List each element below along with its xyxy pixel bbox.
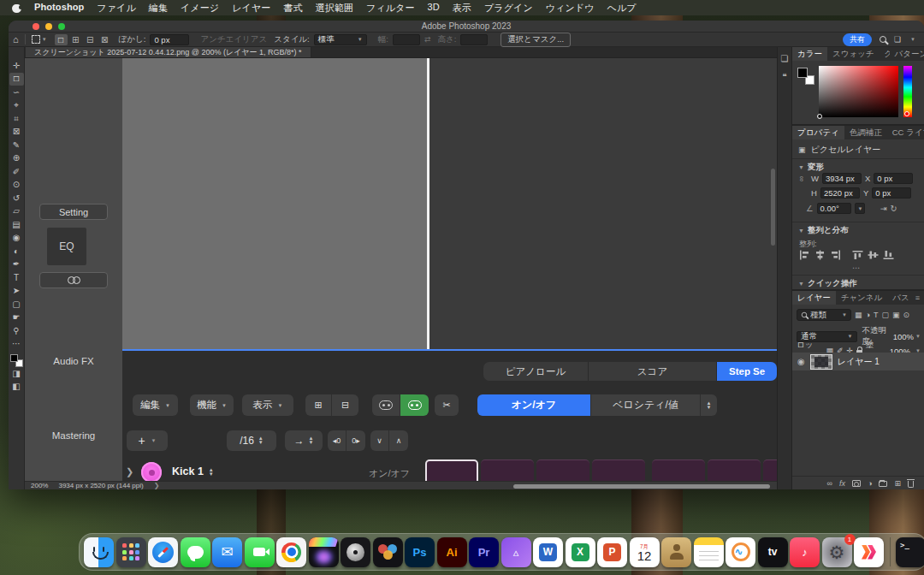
- layer-style-icon[interactable]: fx: [839, 479, 845, 488]
- clone-stamp-tool[interactable]: ⊙: [9, 179, 24, 193]
- eyedropper-tool[interactable]: ✎: [9, 139, 24, 152]
- eraser-tool[interactable]: ▱: [9, 205, 24, 219]
- color-marker[interactable]: [817, 114, 822, 119]
- delete-layer-icon[interactable]: [908, 481, 914, 488]
- color-swatch-pair[interactable]: [797, 68, 814, 85]
- share-button[interactable]: 共有: [843, 33, 872, 46]
- quick-actions-header[interactable]: ▼クイック操作: [792, 278, 924, 289]
- tab-color[interactable]: カラー: [792, 47, 827, 61]
- menubar-item-4[interactable]: レイヤー: [232, 2, 270, 15]
- dock-premiere-pro[interactable]: Pr: [469, 537, 499, 567]
- align-bottom-icon[interactable]: [883, 250, 894, 260]
- align-left-icon[interactable]: [799, 250, 810, 260]
- menubar-item-10[interactable]: プラグイン: [484, 2, 533, 15]
- add-selection-button[interactable]: ⊞: [69, 34, 82, 45]
- hue-marker[interactable]: [904, 111, 909, 116]
- dock-facetime[interactable]: [245, 537, 275, 567]
- tab-paths[interactable]: パス: [887, 291, 914, 305]
- dock-word[interactable]: W: [533, 537, 563, 567]
- add-mask-icon[interactable]: [852, 480, 861, 487]
- menubar-item-3[interactable]: イメージ: [181, 2, 219, 15]
- workspace-icon[interactable]: ❏: [894, 36, 901, 44]
- dock-filmora[interactable]: [854, 537, 884, 567]
- filter-toggle-icon[interactable]: ⊙: [903, 311, 909, 319]
- history-brush-tool[interactable]: ↺: [9, 192, 24, 205]
- dock-final-cut-pro[interactable]: [309, 537, 339, 567]
- menubar-item-9[interactable]: 表示: [453, 2, 471, 15]
- step-cell-3[interactable]: [536, 459, 589, 481]
- dock-messages[interactable]: [181, 537, 210, 567]
- style-dropdown[interactable]: 標準▼: [314, 34, 367, 45]
- menubar-item-11[interactable]: ウィンドウ: [546, 2, 595, 15]
- dock-affinity-photo[interactable]: ▵: [501, 537, 531, 567]
- height-value[interactable]: 2520 px: [820, 187, 860, 199]
- edit-toolbar-button[interactable]: ⋯: [9, 338, 24, 352]
- align-top-icon[interactable]: [852, 250, 863, 260]
- filter-shape-icon[interactable]: ▢: [881, 311, 889, 319]
- zoom-level[interactable]: 200%: [31, 482, 48, 489]
- tab-layers[interactable]: レイヤー: [792, 291, 836, 305]
- dock-playgrounds[interactable]: [726, 537, 755, 567]
- x-value[interactable]: 0 px: [874, 173, 913, 184]
- step-cell-7[interactable]: [763, 459, 777, 481]
- brush-tool[interactable]: ✐: [9, 165, 24, 179]
- pen-tool[interactable]: ✒: [9, 258, 24, 272]
- document-tab[interactable]: スクリーンショット 2025-07-12 0.44.12.png @ 200% …: [26, 47, 311, 57]
- dock-davinci-resolve[interactable]: [373, 537, 403, 567]
- lasso-tool[interactable]: ∽: [9, 86, 24, 99]
- menubar-item-2[interactable]: 編集: [149, 2, 168, 15]
- blur-tool[interactable]: ◉: [9, 232, 24, 246]
- type-tool[interactable]: T: [9, 271, 24, 285]
- tab-gradients[interactable]: グラデーション: [880, 47, 890, 61]
- marquee-tool[interactable]: □: [9, 73, 24, 86]
- dock-compressor[interactable]: [341, 537, 370, 567]
- gradient-tool[interactable]: ▤: [9, 218, 24, 232]
- dock-terminal[interactable]: >_: [896, 537, 924, 567]
- menubar-item-7[interactable]: フィルター: [366, 2, 415, 15]
- tab-patterns[interactable]: パターン: [890, 47, 924, 61]
- align-section-header[interactable]: ▼整列と分布: [792, 225, 924, 236]
- filter-adjustment-icon[interactable]: ◑: [866, 311, 870, 319]
- marquee-tool-icon[interactable]: [32, 35, 40, 44]
- filter-smart-object-icon[interactable]: ▣: [892, 311, 900, 319]
- menubar-item-5[interactable]: 書式: [283, 2, 302, 15]
- menubar-item-6[interactable]: 選択範囲: [316, 2, 353, 15]
- shape-tool[interactable]: ▢: [9, 298, 24, 311]
- step-cell-4[interactable]: [592, 459, 645, 481]
- zoom-tool[interactable]: ⚲: [9, 324, 24, 338]
- tab-channels[interactable]: チャンネル: [836, 291, 888, 305]
- object-selection-tool[interactable]: ⌖: [9, 99, 24, 113]
- frame-tool[interactable]: ⊠: [9, 126, 24, 139]
- feather-input[interactable]: 0 px: [150, 34, 189, 45]
- dodge-tool[interactable]: ◐: [9, 245, 24, 258]
- layer-row[interactable]: ◉ レイヤー 1: [792, 353, 924, 370]
- filter-pixel-icon[interactable]: ▦: [855, 311, 862, 319]
- apple-menu-icon[interactable]: [12, 3, 21, 13]
- tab-properties[interactable]: プロパティ: [792, 126, 844, 139]
- visibility-eye-icon[interactable]: ◉: [797, 357, 805, 366]
- collapsed-panel-icon[interactable]: ❏: [781, 54, 789, 63]
- hue-slider[interactable]: [903, 66, 912, 117]
- subtract-selection-button[interactable]: ⊟: [84, 34, 97, 45]
- align-center-h-icon[interactable]: [814, 250, 826, 260]
- tab-adjustments[interactable]: 色調補正: [844, 126, 887, 139]
- width-value[interactable]: 3934 px: [822, 173, 862, 184]
- transform-section-header[interactable]: ▼変形: [792, 162, 924, 173]
- hand-tool[interactable]: ☛: [9, 311, 24, 325]
- dock-powerpoint[interactable]: P: [597, 537, 627, 567]
- canvas-vertical-scrollbar[interactable]: [771, 169, 775, 246]
- dock-finder[interactable]: [84, 537, 114, 567]
- swap-dimensions-icon[interactable]: ⇄: [424, 36, 431, 44]
- angle-dropdown[interactable]: ▼: [855, 203, 865, 214]
- foreground-color-swatch[interactable]: [10, 354, 18, 362]
- step-cell-2[interactable]: [481, 459, 534, 481]
- dock-excel[interactable]: X: [566, 537, 595, 567]
- dock-illustrator[interactable]: Ai: [437, 537, 467, 567]
- step-cell-1[interactable]: [425, 459, 478, 481]
- align-center-v-icon[interactable]: [868, 250, 879, 260]
- dock-system-settings[interactable]: ⚙1: [822, 537, 852, 567]
- flip-icon[interactable]: ⇥: [880, 204, 887, 213]
- crop-tool[interactable]: ⌗: [9, 112, 24, 126]
- dock-notes[interactable]: [694, 537, 724, 567]
- dock-calendar[interactable]: 7月12: [630, 537, 660, 567]
